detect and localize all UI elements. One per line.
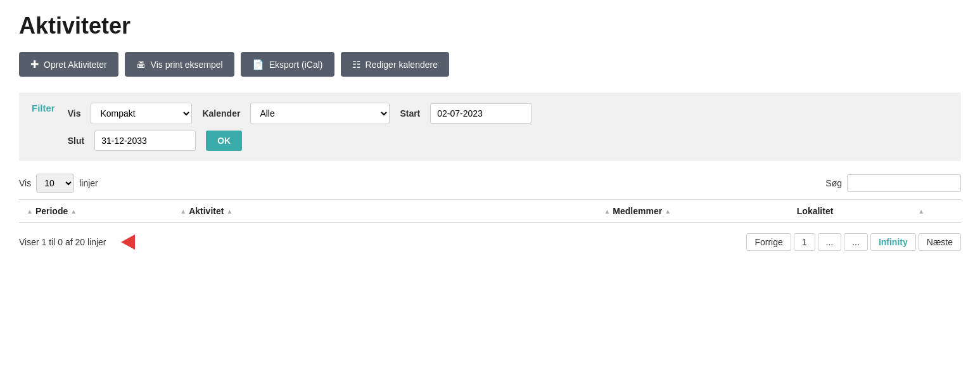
start-date-input[interactable]	[430, 103, 531, 124]
print-preview-button[interactable]: 🖶 Vis print eksempel	[125, 52, 234, 77]
create-aktiviteter-button[interactable]: ✚ Opret Aktiviteter	[19, 52, 118, 77]
sort-up-icon: ▲	[27, 208, 33, 215]
ok-button[interactable]: OK	[206, 131, 242, 151]
table-footer: Viser 1 til 0 af 20 linjer Forrige 1 ...…	[19, 233, 961, 251]
col-medlemmer[interactable]: ▲ Medlemmer ▲	[596, 200, 789, 223]
sort-up-icon-5: ▲	[918, 208, 924, 215]
page-1-button[interactable]: 1	[794, 233, 815, 251]
rows-info-text: Viser 1 til 0 af 20 linjer	[19, 237, 106, 247]
calendar-grid-icon: ☷	[352, 59, 360, 70]
red-arrow-icon	[121, 234, 135, 250]
next-page-button[interactable]: Næste	[919, 233, 961, 251]
export-ical-button[interactable]: 📄 Eksport (iCal)	[241, 52, 334, 77]
dots-1-button[interactable]: ...	[818, 233, 842, 251]
vis-linjer-control: Vis 10 20 50 linjer	[19, 174, 98, 193]
search-area: Søg	[825, 174, 961, 192]
filter-label: Filter	[32, 103, 55, 113]
dots-2-button[interactable]: ...	[844, 233, 868, 251]
print-icon: 🖶	[136, 59, 146, 70]
col-aktivitet[interactable]: ▲ Aktivitet ▲	[172, 200, 596, 223]
col-periode[interactable]: ▲ Periode ▲	[19, 200, 172, 223]
sort-up-icon-3: ▲	[604, 208, 610, 215]
export-icon: 📄	[252, 59, 264, 70]
kalender-filter-select[interactable]: Alle Kalender 1 Kalender 2	[250, 103, 390, 124]
slut-date-input[interactable]	[94, 131, 196, 151]
linjer-label: linjer	[79, 178, 98, 188]
table-controls: Vis 10 20 50 linjer Søg	[19, 174, 961, 193]
col-lokalitet[interactable]: Lokalitet	[789, 200, 911, 223]
table-header-row: ▲ Periode ▲ ▲ Aktivitet ▲ ▲ Medlemmer ▲	[19, 200, 961, 223]
kalender-filter-label: Kalender	[202, 108, 240, 119]
footer-info: Viser 1 til 0 af 20 linjer	[19, 234, 135, 250]
vis-filter-label: Vis	[68, 108, 81, 119]
page-title: Aktiviteter	[19, 13, 961, 39]
toolbar: ✚ Opret Aktiviteter 🖶 Vis print eksempel…	[19, 52, 961, 77]
filter-bar: Filter Vis Kompakt Standard Udvidet Kale…	[19, 93, 961, 161]
edit-calendars-button[interactable]: ☷ Rediger kalendere	[341, 52, 449, 77]
slut-filter-label: Slut	[68, 136, 84, 146]
sort-up-icon-2: ▲	[180, 208, 186, 215]
vis-linjer-label: Vis	[19, 178, 31, 188]
search-label: Søg	[825, 178, 842, 188]
search-input[interactable]	[847, 174, 961, 192]
aktiviteter-table: ▲ Periode ▲ ▲ Aktivitet ▲ ▲ Medlemmer ▲	[19, 199, 961, 223]
rows-per-page-select[interactable]: 10 20 50	[36, 174, 74, 193]
vis-filter-select[interactable]: Kompakt Standard Udvidet	[91, 103, 192, 124]
start-filter-label: Start	[400, 108, 420, 119]
sort-down-icon-2: ▲	[226, 208, 232, 215]
pagination: Forrige 1 ... ... Infinity Næste	[746, 233, 961, 251]
prev-page-button[interactable]: Forrige	[746, 233, 791, 251]
col-extra: ▲	[910, 200, 961, 223]
plus-icon: ✚	[30, 58, 39, 70]
sort-down-icon-3: ▲	[665, 208, 671, 215]
infinity-page-button[interactable]: Infinity	[870, 233, 916, 251]
sort-down-icon: ▲	[70, 208, 77, 215]
